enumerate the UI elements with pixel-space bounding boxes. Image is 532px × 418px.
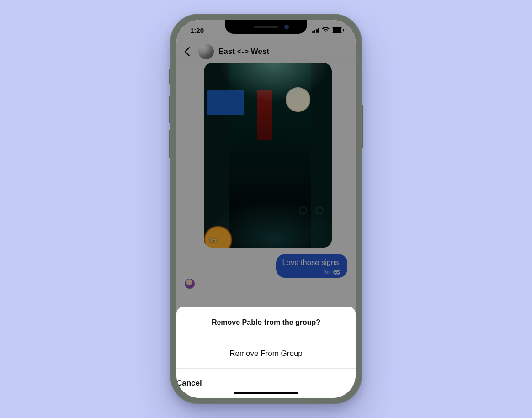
svg-rect-1 [333, 28, 341, 32]
remove-from-group-button[interactable]: Remove From Group [176, 339, 356, 368]
action-sheet: Remove Pablo from the group? Remove From… [176, 307, 356, 398]
volume-down-button [169, 130, 170, 158]
svg-rect-2 [343, 29, 344, 32]
side-button [169, 69, 170, 84]
action-sheet-title: Remove Pablo from the group? [176, 307, 356, 339]
home-indicator[interactable] [234, 392, 298, 394]
screen: 1:20 East <-> West [176, 20, 356, 398]
phone-frame: 1:20 East <-> West [170, 14, 362, 404]
front-camera [284, 25, 289, 29]
clock: 1:20 [190, 26, 204, 34]
speaker-grille [254, 26, 278, 28]
wifi-icon [322, 27, 330, 33]
cellular-signal-icon [312, 28, 320, 33]
battery-icon [332, 27, 344, 33]
volume-up-button [169, 96, 170, 123]
notch [225, 20, 307, 34]
power-button [362, 105, 363, 148]
